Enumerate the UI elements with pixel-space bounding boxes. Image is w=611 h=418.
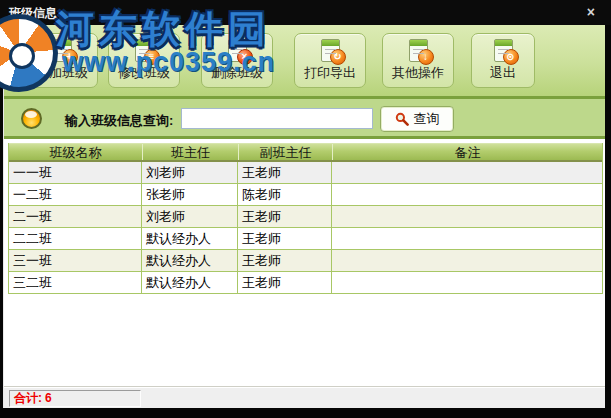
print-export-button[interactable]: ↻ 打印导出 bbox=[294, 33, 366, 88]
window-content: + 添加班级 ≡ 修改班级 × 删除班级 ↻ 打印导出 ↓ 其他操作 ⊙ 退出 … bbox=[3, 25, 605, 408]
column-header-deputy-teacher[interactable]: 副班主任 bbox=[238, 144, 332, 160]
print-export-label: 打印导出 bbox=[304, 64, 356, 82]
total-label: 合计: bbox=[14, 391, 42, 405]
add-class-label: 添加班级 bbox=[36, 64, 88, 82]
down-arrow-badge-icon: ↓ bbox=[418, 49, 434, 65]
other-actions-icon: ↓ bbox=[409, 39, 428, 62]
cell-deputy-teacher: 王老师 bbox=[238, 206, 332, 227]
power-badge-icon: ⊙ bbox=[503, 49, 519, 65]
exit-icon: ⊙ bbox=[494, 39, 513, 62]
class-table: 班级名称 班主任 副班主任 备注 一一班 刘老师 王老师 一二班 张老师 陈老师… bbox=[8, 143, 603, 294]
delete-class-label: 删除班级 bbox=[211, 64, 263, 82]
cell-remarks bbox=[332, 184, 602, 205]
cell-class-name: 三一班 bbox=[9, 250, 142, 271]
edit-class-icon: ≡ bbox=[135, 39, 154, 62]
window-title: 班级信息 bbox=[9, 5, 57, 22]
cell-deputy-teacher: 王老师 bbox=[238, 272, 332, 293]
table-row[interactable]: 三二班 默认经办人 王老师 bbox=[9, 272, 602, 294]
total-panel: 合计:6 bbox=[9, 390, 141, 407]
cell-remarks bbox=[332, 272, 602, 293]
titlebar: 班级信息 × bbox=[0, 0, 611, 25]
column-header-remarks[interactable]: 备注 bbox=[332, 144, 602, 160]
exit-button[interactable]: ⊙ 退出 bbox=[471, 33, 535, 88]
table-row[interactable]: 二一班 刘老师 王老师 bbox=[9, 206, 602, 228]
orb-icon bbox=[21, 108, 42, 129]
cell-class-name: 一二班 bbox=[9, 184, 142, 205]
cell-remarks bbox=[332, 162, 602, 183]
status-bar: 合计:6 bbox=[4, 387, 605, 408]
column-header-class-name[interactable]: 班级名称 bbox=[9, 144, 142, 160]
cell-class-name: 二一班 bbox=[9, 206, 142, 227]
cell-deputy-teacher: 陈老师 bbox=[238, 184, 332, 205]
cell-head-teacher: 张老师 bbox=[142, 184, 238, 205]
magnifier-icon bbox=[395, 112, 409, 126]
edit-class-button[interactable]: ≡ 修改班级 bbox=[108, 33, 180, 88]
cell-remarks bbox=[332, 206, 602, 227]
refresh-badge-icon: ↻ bbox=[330, 49, 346, 65]
cell-class-name: 一一班 bbox=[9, 162, 142, 183]
search-bar: 输入班级信息查询: 查询 bbox=[4, 99, 605, 139]
cell-remarks bbox=[332, 228, 602, 249]
table-header-row: 班级名称 班主任 副班主任 备注 bbox=[9, 143, 602, 162]
search-label: 输入班级信息查询: bbox=[65, 112, 173, 130]
total-value: 6 bbox=[45, 391, 52, 405]
table-row[interactable]: 一二班 张老师 陈老师 bbox=[9, 184, 602, 206]
print-export-icon: ↻ bbox=[321, 39, 340, 62]
other-actions-button[interactable]: ↓ 其他操作 bbox=[382, 33, 454, 88]
exit-label: 退出 bbox=[490, 64, 516, 82]
edit-badge-icon: ≡ bbox=[144, 49, 160, 65]
cell-deputy-teacher: 王老师 bbox=[238, 228, 332, 249]
delete-badge-icon: × bbox=[237, 49, 253, 65]
cell-head-teacher: 默认经办人 bbox=[142, 228, 238, 249]
query-button[interactable]: 查询 bbox=[380, 106, 454, 132]
cell-remarks bbox=[332, 250, 602, 271]
cell-head-teacher: 默认经办人 bbox=[142, 272, 238, 293]
add-class-icon: + bbox=[53, 39, 72, 62]
cell-class-name: 二二班 bbox=[9, 228, 142, 249]
edit-class-label: 修改班级 bbox=[118, 64, 170, 82]
query-button-label: 查询 bbox=[414, 110, 440, 128]
cell-head-teacher: 默认经办人 bbox=[142, 250, 238, 271]
cell-deputy-teacher: 王老师 bbox=[238, 162, 332, 183]
cell-head-teacher: 刘老师 bbox=[142, 206, 238, 227]
cell-deputy-teacher: 王老师 bbox=[238, 250, 332, 271]
table-row[interactable]: 二二班 默认经办人 王老师 bbox=[9, 228, 602, 250]
add-class-button[interactable]: + 添加班级 bbox=[26, 33, 98, 88]
plus-badge-icon: + bbox=[62, 49, 78, 65]
cell-class-name: 三二班 bbox=[9, 272, 142, 293]
table-row[interactable]: 三一班 默认经办人 王老师 bbox=[9, 250, 602, 272]
close-icon[interactable]: × bbox=[587, 3, 595, 21]
table-area: 班级名称 班主任 副班主任 备注 一一班 刘老师 王老师 一二班 张老师 陈老师… bbox=[4, 139, 605, 387]
search-input[interactable] bbox=[181, 108, 373, 129]
column-header-head-teacher[interactable]: 班主任 bbox=[142, 144, 238, 160]
other-actions-label: 其他操作 bbox=[392, 64, 444, 82]
table-row[interactable]: 一一班 刘老师 王老师 bbox=[9, 162, 602, 184]
delete-class-button[interactable]: × 删除班级 bbox=[201, 33, 273, 88]
cell-head-teacher: 刘老师 bbox=[142, 162, 238, 183]
delete-class-icon: × bbox=[228, 39, 247, 62]
toolbar: + 添加班级 ≡ 修改班级 × 删除班级 ↻ 打印导出 ↓ 其他操作 ⊙ 退出 bbox=[4, 25, 605, 99]
